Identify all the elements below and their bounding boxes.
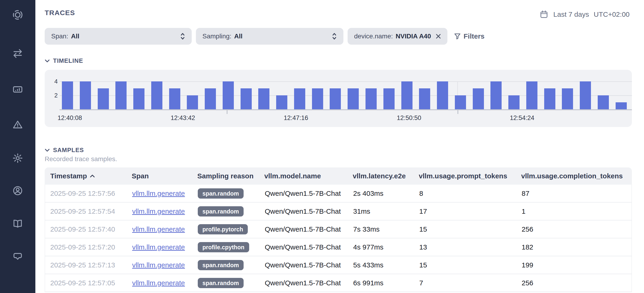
filter-chip-value: NVIDIA A40	[396, 32, 431, 40]
span-link[interactable]: vllm.llm.generate	[132, 261, 185, 269]
column-header-latency[interactable]: vllm.latency.e2e	[353, 172, 419, 180]
bar	[169, 88, 180, 109]
bar	[580, 81, 591, 109]
latency-cell: 7s 33ms	[353, 225, 419, 233]
span-cell: vllm.llm.generate	[132, 279, 198, 287]
model-name-cell: Qwen/Qwen1.5-7B-Chat	[265, 261, 353, 269]
select-updown-icon	[332, 32, 337, 40]
sort-asc-icon	[90, 174, 95, 178]
prompt-tokens-cell: 15	[419, 225, 522, 233]
timestamp-cell: 2025-09-25 12:57:05	[45, 279, 132, 287]
bar	[616, 102, 627, 109]
metrics-nav-icon[interactable]	[12, 84, 23, 95]
bar	[294, 88, 305, 109]
x-axis-tick-label: 12:54:24	[501, 114, 543, 122]
span-link[interactable]: vllm.llm.generate	[132, 279, 185, 287]
table-header-row: Timestamp Span Sampling reason vllm.mode…	[45, 167, 632, 185]
span-link[interactable]: vllm.llm.generate	[132, 190, 185, 197]
prompt-tokens-cell: 13	[419, 243, 522, 251]
device-name-filter-chip: device.name: NVIDIA A40	[348, 28, 448, 45]
span-select-label: Span:	[51, 32, 68, 40]
docs-nav-icon[interactable]	[12, 218, 23, 229]
time-range-value: Last 7 days	[553, 10, 589, 18]
model-name-cell: Qwen/Qwen1.5-7B-Chat	[265, 207, 353, 215]
column-header-sampling-reason[interactable]: Sampling reason	[197, 172, 264, 180]
timeline-section-title: TIMELINE	[53, 57, 83, 64]
alerts-nav-icon[interactable]	[12, 119, 23, 130]
account-nav-icon[interactable]	[12, 185, 23, 196]
column-header-timestamp[interactable]: Timestamp	[45, 172, 132, 180]
bar	[508, 95, 520, 109]
x-axis-tick-label: 12:50:50	[388, 114, 430, 122]
calendar-icon	[539, 10, 548, 19]
timestamp-cell: 2025-09-25 12:57:56	[45, 190, 132, 197]
prompt-tokens-cell: 7	[419, 279, 522, 287]
bar	[366, 88, 377, 109]
completion-tokens-cell: 1	[522, 207, 632, 215]
chevron-down-icon	[45, 149, 50, 152]
latency-cell: 4s 977ms	[353, 243, 419, 251]
filter-chip-key: device.name:	[354, 32, 393, 40]
samples-table: Timestamp Span Sampling reason vllm.mode…	[45, 167, 632, 292]
span-link[interactable]: vllm.llm.generate	[132, 207, 185, 215]
sampling-select[interactable]: Sampling:All	[196, 28, 344, 45]
span-cell: vllm.llm.generate	[132, 207, 198, 215]
completion-tokens-cell: 256	[522, 279, 632, 287]
bar	[133, 88, 144, 109]
y-axis-tick: 4	[48, 78, 58, 85]
x-axis-tick-label: 12:40:08	[49, 114, 91, 122]
table-row: 2025-09-25 12:57:13 vllm.llm.generate sp…	[45, 256, 632, 274]
bar	[562, 88, 573, 109]
latency-cell: 6s 991ms	[353, 279, 419, 287]
traces-nav-icon[interactable]	[12, 48, 23, 59]
span-cell: vllm.llm.generate	[132, 225, 198, 233]
table-body: 2025-09-25 12:57:56 vllm.llm.generate sp…	[45, 185, 632, 292]
timestamp-cell: 2025-09-25 12:57:20	[45, 243, 132, 251]
timestamp-cell: 2025-09-25 12:57:40	[45, 225, 132, 233]
span-select[interactable]: Span:All	[45, 28, 192, 45]
app-window: TRACES Last 7 days UTC+02:00 Span:All Sa…	[0, 0, 644, 293]
timeline-section-toggle[interactable]: TIMELINE	[45, 57, 83, 64]
table-row: 2025-09-25 12:57:40 vllm.llm.generate pr…	[45, 221, 632, 238]
sampling-reason-badge: span.random	[198, 206, 244, 217]
bar	[151, 81, 162, 109]
bar	[455, 95, 466, 109]
model-name-cell: Qwen/Qwen1.5-7B-Chat	[265, 190, 353, 197]
bar	[437, 81, 448, 109]
sampling-select-label: Sampling:	[202, 32, 232, 40]
table-row: 2025-09-25 12:57:05 vllm.llm.generate sp…	[45, 274, 632, 292]
app-logo-icon[interactable]	[12, 9, 23, 20]
x-axis-tick-label: 12:47:16	[275, 114, 317, 122]
filters-button[interactable]: Filters	[454, 32, 485, 40]
settings-nav-icon[interactable]	[12, 153, 23, 164]
completion-tokens-cell: 87	[522, 190, 632, 197]
span-link[interactable]: vllm.llm.generate	[132, 225, 185, 233]
filters-button-label: Filters	[464, 32, 485, 40]
bar	[187, 95, 198, 109]
chevron-down-icon	[45, 59, 50, 62]
column-header-prompt-tokens[interactable]: vllm.usage.prompt_tokens	[419, 172, 521, 180]
column-header-completion-tokens[interactable]: vllm.usage.completion_tokens	[521, 172, 632, 180]
span-link[interactable]: vllm.llm.generate	[132, 243, 185, 251]
bar	[62, 81, 73, 109]
table-row: 2025-09-25 12:57:54 vllm.llm.generate sp…	[45, 203, 632, 221]
timestamp-cell: 2025-09-25 12:57:54	[45, 207, 132, 215]
sampling-reason-cell: span.random	[198, 260, 265, 270]
remove-filter-icon[interactable]	[436, 34, 441, 39]
funnel-icon	[454, 33, 461, 40]
samples-section-title: SAMPLES	[53, 146, 84, 154]
sampling-reason-cell: span.random	[198, 206, 265, 217]
column-header-model-name[interactable]: vllm.model.name	[264, 172, 353, 180]
time-range-picker[interactable]: Last 7 days UTC+02:00	[539, 10, 630, 19]
feedback-nav-icon[interactable]	[12, 251, 23, 262]
bar	[419, 88, 430, 109]
column-header-span[interactable]: Span	[132, 172, 197, 180]
sampling-reason-badge: profile.cpython	[198, 242, 249, 252]
bar	[490, 81, 502, 109]
samples-section-toggle[interactable]: SAMPLES	[45, 146, 84, 154]
model-name-cell: Qwen/Qwen1.5-7B-Chat	[265, 225, 353, 233]
samples-subtitle: Recorded trace samples.	[45, 155, 117, 163]
bar	[473, 88, 484, 109]
latency-cell: 2s 403ms	[353, 190, 419, 197]
page-title: TRACES	[45, 9, 75, 17]
